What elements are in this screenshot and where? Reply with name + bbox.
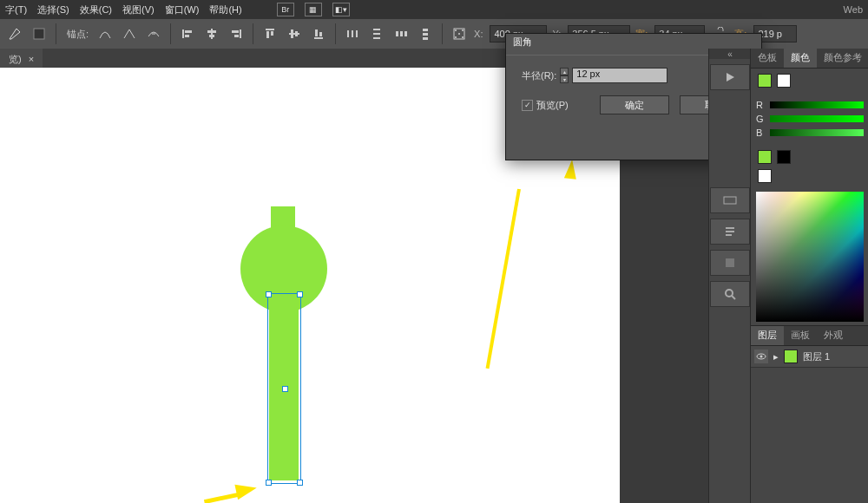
stroke-swatch[interactable] bbox=[777, 74, 791, 88]
align-bottom-icon[interactable] bbox=[309, 24, 328, 43]
swatch-green[interactable] bbox=[758, 150, 772, 164]
menu-type[interactable]: 字(T) bbox=[5, 3, 27, 16]
align-hcenter-icon[interactable] bbox=[202, 24, 221, 43]
bridge-icon[interactable]: Br bbox=[277, 3, 294, 16]
svg-point-36 bbox=[458, 33, 460, 35]
selection-bounds[interactable] bbox=[267, 293, 301, 484]
layer-expand-icon[interactable]: ▸ bbox=[773, 351, 779, 363]
handle-top-left[interactable] bbox=[266, 291, 272, 297]
handle-top-right[interactable] bbox=[297, 291, 303, 297]
svg-rect-19 bbox=[347, 30, 349, 37]
svg-rect-17 bbox=[315, 29, 318, 36]
svg-rect-18 bbox=[319, 32, 322, 36]
svg-rect-8 bbox=[232, 30, 239, 33]
tab-appearance[interactable]: 外观 bbox=[817, 326, 850, 345]
distribute-spacing-h-icon[interactable] bbox=[391, 24, 411, 43]
swatch-black[interactable] bbox=[777, 150, 791, 164]
svg-rect-11 bbox=[266, 31, 269, 38]
workspace-switcher[interactable]: Web bbox=[844, 4, 863, 15]
fill-swatch[interactable] bbox=[758, 74, 772, 88]
anchor-label: 锚点: bbox=[67, 28, 89, 41]
document-tab[interactable]: 览) × bbox=[0, 48, 43, 68]
tab-color[interactable]: 颜色 bbox=[784, 49, 817, 68]
svg-point-46 bbox=[760, 356, 763, 358]
color-panel-tabs: 色板 颜色 颜色参考 bbox=[751, 49, 868, 69]
radius-input[interactable]: 12 px bbox=[572, 68, 667, 83]
svg-point-43 bbox=[726, 290, 733, 297]
tab-color-guide[interactable]: 颜色参考 bbox=[817, 49, 868, 68]
distribute-v-icon[interactable] bbox=[367, 24, 386, 43]
preview-checkbox[interactable]: ✓ bbox=[522, 100, 533, 111]
align-right-icon[interactable] bbox=[227, 24, 246, 43]
handle-bottom-right[interactable] bbox=[297, 480, 303, 486]
tab-artboards[interactable]: 画板 bbox=[784, 326, 817, 345]
dock-search-panel-icon[interactable] bbox=[710, 281, 750, 307]
radius-label: 半径(R): bbox=[522, 69, 556, 82]
dock-paragraph-panel-icon[interactable] bbox=[710, 250, 750, 276]
cut-path-icon[interactable] bbox=[144, 24, 163, 43]
svg-rect-12 bbox=[271, 31, 273, 36]
separator bbox=[335, 23, 336, 44]
convert-anchor-icon[interactable] bbox=[95, 24, 115, 43]
layout-icon[interactable]: ◧▾ bbox=[332, 3, 350, 16]
svg-rect-5 bbox=[207, 30, 216, 33]
b-slider[interactable] bbox=[770, 129, 864, 136]
ok-button[interactable]: 确定 bbox=[600, 95, 669, 114]
radius-stepper[interactable]: ▴▾ bbox=[560, 68, 569, 83]
dock-play-icon[interactable] bbox=[710, 64, 750, 90]
swatch-white[interactable] bbox=[758, 169, 772, 183]
handle-bottom-left[interactable] bbox=[266, 480, 272, 486]
separator bbox=[442, 23, 443, 44]
annotation-arrow-short bbox=[204, 493, 239, 503]
distribute-h-icon[interactable] bbox=[343, 24, 362, 43]
color-spectrum[interactable] bbox=[756, 192, 864, 322]
align-vcenter-icon[interactable] bbox=[285, 24, 304, 43]
svg-rect-9 bbox=[234, 35, 239, 37]
svg-rect-6 bbox=[209, 35, 214, 37]
svg-rect-0 bbox=[34, 29, 44, 39]
align-left-icon[interactable] bbox=[178, 24, 197, 43]
svg-point-33 bbox=[462, 29, 464, 31]
dock-collapse-icon[interactable]: « bbox=[709, 49, 751, 59]
dock-brush-panel-icon[interactable] bbox=[710, 187, 750, 213]
svg-rect-23 bbox=[373, 33, 380, 35]
svg-rect-29 bbox=[423, 33, 428, 36]
align-top-icon[interactable] bbox=[260, 24, 279, 43]
menu-help[interactable]: 帮助(H) bbox=[209, 3, 241, 16]
fill-swatch-icon[interactable] bbox=[30, 24, 49, 43]
svg-rect-20 bbox=[352, 30, 353, 37]
arrange-docs-icon[interactable]: ▦ bbox=[305, 3, 322, 16]
layer-row[interactable]: ▸ 图层 1 bbox=[751, 346, 868, 368]
menu-bar: 字(T) 选择(S) 效果(C) 视图(V) 窗口(W) 帮助(H) Br ▦ … bbox=[0, 0, 868, 20]
transform-ref-icon[interactable] bbox=[450, 24, 469, 43]
tab-title: 览) bbox=[9, 53, 22, 66]
menu-view[interactable]: 视图(V) bbox=[122, 3, 155, 16]
distribute-spacing-v-icon[interactable] bbox=[416, 24, 435, 43]
r-slider[interactable] bbox=[770, 101, 864, 108]
menu-select[interactable]: 选择(S) bbox=[37, 3, 69, 16]
pen-tool-icon[interactable] bbox=[5, 24, 24, 43]
tab-swatches[interactable]: 色板 bbox=[751, 49, 784, 68]
svg-rect-30 bbox=[423, 37, 428, 40]
menu-effect[interactable]: 效果(C) bbox=[80, 3, 112, 16]
handle-center[interactable] bbox=[282, 386, 288, 392]
svg-rect-28 bbox=[423, 29, 428, 31]
tab-layers[interactable]: 图层 bbox=[751, 326, 784, 345]
layer-name[interactable]: 图层 1 bbox=[803, 350, 830, 363]
separator bbox=[56, 23, 56, 44]
svg-rect-42 bbox=[726, 258, 734, 267]
svg-line-44 bbox=[732, 296, 735, 299]
g-label: G bbox=[756, 114, 765, 124]
extra-swatches bbox=[751, 145, 868, 169]
svg-rect-14 bbox=[291, 29, 293, 38]
panels-column: 色板 颜色 颜色参考 R G B 图层 画板 外观 ▸ bbox=[750, 49, 868, 503]
svg-rect-27 bbox=[404, 31, 407, 36]
svg-rect-7 bbox=[240, 29, 241, 38]
eye-icon[interactable] bbox=[754, 349, 768, 363]
g-slider[interactable] bbox=[770, 115, 864, 122]
tab-close-icon[interactable]: × bbox=[29, 54, 34, 64]
dock-text-panel-icon[interactable] bbox=[710, 219, 750, 245]
svg-point-35 bbox=[462, 36, 464, 38]
menu-window[interactable]: 窗口(W) bbox=[165, 3, 200, 16]
remove-anchor-icon[interactable] bbox=[120, 24, 139, 43]
